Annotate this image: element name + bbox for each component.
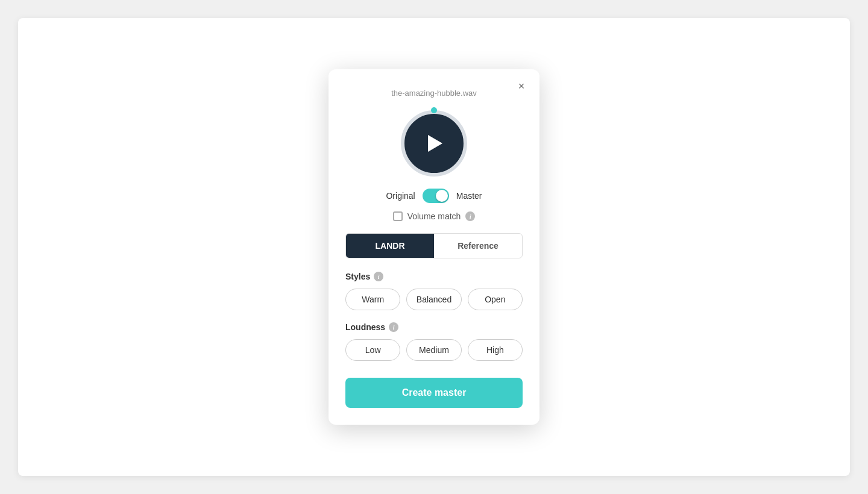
close-button[interactable]: × — [513, 78, 530, 95]
style-warm-button[interactable]: Warm — [345, 289, 400, 310]
tab-landr[interactable]: LANDR — [346, 234, 434, 258]
tab-row: LANDR Reference — [345, 233, 523, 258]
volume-match-checkbox[interactable] — [393, 211, 403, 221]
player-container — [345, 107, 523, 177]
loudness-high-button[interactable]: High — [468, 339, 523, 361]
loudness-section-label: Loudness i — [345, 322, 523, 332]
toggle-switch[interactable] — [423, 189, 449, 203]
original-master-toggle-row: Original Master — [345, 189, 523, 203]
volume-match-row: Volume match i — [345, 211, 523, 221]
loudness-pill-group: Low Medium High — [345, 339, 523, 361]
original-label: Original — [386, 191, 415, 201]
styles-info-icon[interactable]: i — [374, 272, 383, 281]
page-background: × the-amazing-hubble.wav Original Master… — [18, 18, 850, 476]
tab-reference[interactable]: Reference — [434, 234, 522, 258]
style-balanced-button[interactable]: Balanced — [406, 289, 461, 310]
loudness-info-icon[interactable]: i — [389, 322, 398, 332]
filename-label: the-amazing-hubble.wav — [345, 89, 523, 98]
style-open-button[interactable]: Open — [468, 289, 523, 310]
play-icon — [428, 135, 442, 152]
volume-match-info-icon[interactable]: i — [465, 211, 475, 221]
modal-dialog: × the-amazing-hubble.wav Original Master… — [329, 69, 539, 425]
master-label: Master — [456, 191, 482, 201]
styles-pill-group: Warm Balanced Open — [345, 289, 523, 310]
loudness-medium-button[interactable]: Medium — [406, 339, 461, 361]
volume-match-label: Volume match — [407, 211, 461, 221]
toggle-thumb — [436, 190, 448, 202]
loudness-low-button[interactable]: Low — [345, 339, 400, 361]
play-button[interactable] — [401, 110, 467, 177]
styles-section-label: Styles i — [345, 272, 523, 281]
progress-dot — [431, 107, 437, 113]
create-master-button[interactable]: Create master — [345, 378, 523, 408]
